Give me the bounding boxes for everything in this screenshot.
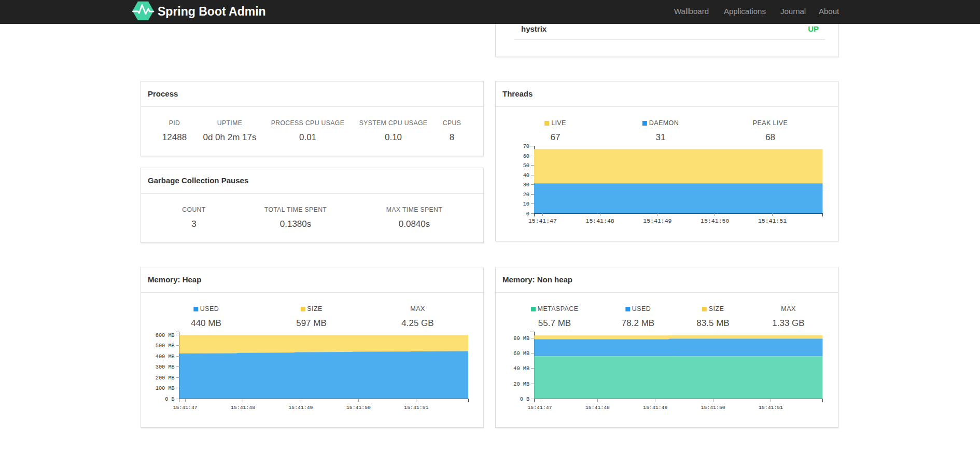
svg-text:80 MB: 80 MB — [513, 335, 529, 342]
svg-text:15:41:49: 15:41:49 — [288, 405, 313, 411]
svg-text:15:41:49: 15:41:49 — [643, 405, 667, 411]
svg-text:15:41:51: 15:41:51 — [759, 405, 783, 411]
svg-text:10: 10 — [523, 201, 529, 207]
svg-text:15:41:51: 15:41:51 — [758, 217, 787, 224]
svg-text:40 MB: 40 MB — [513, 365, 529, 372]
svg-text:15:41:47: 15:41:47 — [527, 405, 552, 411]
svg-text:15:41:48: 15:41:48 — [585, 217, 614, 224]
svg-text:100 MB: 100 MB — [156, 385, 175, 391]
svg-text:500 MB: 500 MB — [156, 343, 175, 349]
svg-text:15:41:49: 15:41:49 — [643, 217, 671, 224]
svg-text:15:41:47: 15:41:47 — [528, 217, 557, 224]
svg-text:15:41:50: 15:41:50 — [346, 405, 371, 411]
svg-text:0: 0 — [526, 211, 529, 217]
svg-text:200 MB: 200 MB — [156, 375, 175, 381]
svg-text:400 MB: 400 MB — [156, 353, 175, 360]
svg-text:300 MB: 300 MB — [156, 364, 175, 370]
svg-text:50: 50 — [523, 162, 529, 169]
svg-text:20: 20 — [523, 192, 529, 198]
svg-text:15:41:47: 15:41:47 — [173, 405, 198, 411]
svg-text:40: 40 — [523, 172, 529, 179]
svg-text:15:41:51: 15:41:51 — [404, 405, 428, 411]
svg-text:0 B: 0 B — [520, 396, 530, 402]
svg-text:15:41:48: 15:41:48 — [585, 405, 610, 411]
svg-text:60 MB: 60 MB — [513, 350, 529, 357]
svg-text:70: 70 — [523, 143, 529, 149]
svg-text:30: 30 — [523, 182, 529, 188]
svg-text:15:41:48: 15:41:48 — [231, 405, 255, 411]
svg-text:600 MB: 600 MB — [156, 332, 175, 338]
svg-text:20 MB: 20 MB — [513, 381, 529, 387]
svg-text:0 B: 0 B — [165, 396, 175, 402]
svg-text:15:41:50: 15:41:50 — [701, 217, 729, 224]
svg-text:60: 60 — [523, 153, 529, 159]
svg-text:15:41:50: 15:41:50 — [701, 405, 725, 411]
